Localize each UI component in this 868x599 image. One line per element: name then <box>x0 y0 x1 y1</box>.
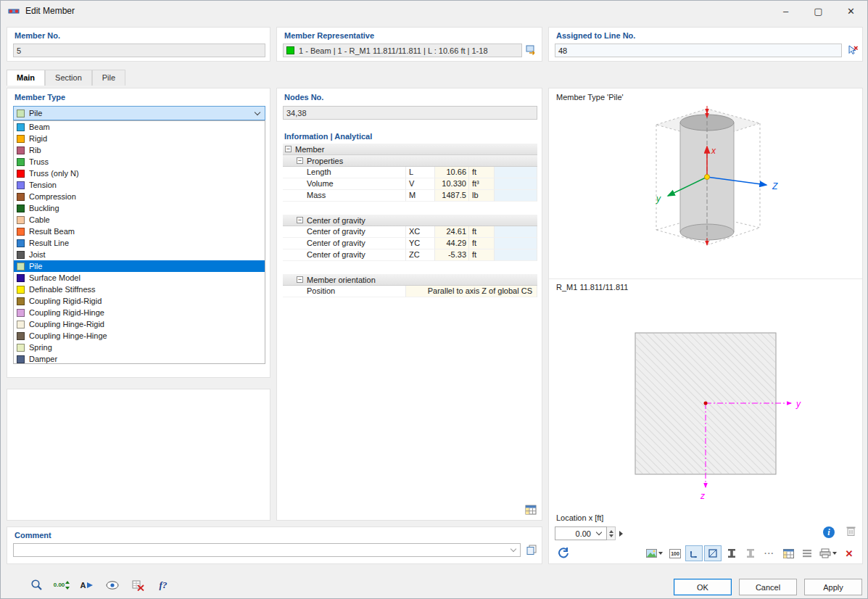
copy-comment-button[interactable] <box>524 542 540 558</box>
type-color-swatch <box>17 123 25 131</box>
zoom-to-member-button[interactable] <box>27 577 46 593</box>
section-view[interactable]: y z <box>555 293 858 508</box>
maximize-icon[interactable]: ▢ <box>802 1 835 21</box>
location-x-combobox[interactable]: 0.00 <box>555 526 607 540</box>
member-type-option[interactable]: Surface Model <box>14 272 265 284</box>
close-preview-button[interactable]: ✕ <box>840 545 858 561</box>
view-in-plane-button[interactable] <box>704 545 722 561</box>
trash-icon <box>846 525 856 537</box>
units-decimal-places-button[interactable]: 0.00 <box>52 577 71 593</box>
close-icon[interactable]: ✕ <box>835 1 867 21</box>
print-button[interactable] <box>817 545 839 561</box>
member-type-option[interactable]: Compression <box>14 191 265 202</box>
member-type-option[interactable]: Result Line <box>14 237 265 249</box>
member-type-description-panel <box>7 389 270 521</box>
tree-group-row[interactable]: −Member <box>283 144 537 155</box>
show-in-graphic-button[interactable] <box>103 577 122 593</box>
view-isometric-button[interactable] <box>685 545 703 561</box>
type-color-swatch <box>17 355 25 363</box>
location-x-stepper[interactable] <box>607 526 616 540</box>
preview-panel: Member Type 'Pile' <box>548 88 863 564</box>
member-type-option[interactable]: Cable <box>14 214 265 226</box>
member-3d-view[interactable]: x y Z <box>555 103 858 277</box>
member-node-point <box>705 175 710 180</box>
section-back-button[interactable] <box>742 545 759 561</box>
member-type-option[interactable]: Definable Stiffness <box>14 284 265 295</box>
section-front-button[interactable] <box>723 545 740 561</box>
member-type-option[interactable]: Rib <box>14 144 265 156</box>
member-type-option[interactable]: Coupling Hinge-Rigid <box>14 318 265 330</box>
tree-group-label: Member <box>295 145 324 154</box>
member-type-combobox[interactable]: Pile <box>13 106 265 120</box>
rename-icon: A <box>80 581 86 590</box>
selected-type-swatch <box>17 110 25 117</box>
member-representative-field[interactable]: 1 - Beam | 1 - R_M1 11.811/11.811 | L : … <box>283 44 522 57</box>
type-color-swatch <box>17 309 25 317</box>
member-type-option[interactable]: Pile <box>14 260 265 272</box>
member-type-option[interactable]: Tension <box>14 179 265 191</box>
type-color-swatch <box>17 263 25 270</box>
section-back-icon <box>746 548 755 558</box>
location-step-forward-icon[interactable] <box>619 531 623 537</box>
comment-combobox[interactable] <box>13 543 521 557</box>
type-color-swatch <box>17 216 25 224</box>
member-type-option[interactable]: Damper <box>14 353 265 364</box>
sync-view-icon <box>557 547 570 560</box>
list-view-button[interactable] <box>798 545 816 561</box>
collapse-icon[interactable]: − <box>297 157 303 164</box>
apply-button[interactable]: Apply <box>804 579 862 595</box>
tree-value-row: MassM1487.5lb <box>283 190 537 202</box>
member-type-option[interactable]: Buckling <box>14 202 265 214</box>
collapse-icon[interactable]: − <box>297 276 303 283</box>
rendering-mode-button[interactable] <box>644 545 665 561</box>
more-options-button[interactable]: ··· <box>761 545 778 561</box>
collapse-icon[interactable]: − <box>285 146 292 152</box>
open-table-button[interactable] <box>523 502 539 518</box>
section-center-point <box>704 402 708 405</box>
member-type-option[interactable]: Beam <box>14 121 265 133</box>
tree-group-row[interactable]: −Center of gravity <box>283 215 537 226</box>
member-type-option[interactable]: Result Beam <box>14 226 265 237</box>
formula-icon: f? <box>160 579 168 591</box>
member-no-field[interactable]: 5 <box>13 44 265 57</box>
tree-group-row[interactable]: −Properties <box>283 155 537 167</box>
member-type-option[interactable]: Coupling Hinge-Hinge <box>14 330 265 342</box>
result-table-button[interactable] <box>780 545 797 561</box>
tree-group-row[interactable]: −Member orientation <box>283 274 537 286</box>
rename-button[interactable]: A <box>78 577 96 593</box>
units-decimal-places-icon: 0.00 <box>54 582 65 588</box>
title-bar[interactable]: Edit Member – ▢ ✕ <box>1 1 867 21</box>
formula-button[interactable]: f? <box>154 577 173 593</box>
member-type-option[interactable]: Joist <box>14 249 265 260</box>
member-type-option[interactable]: Truss (only N) <box>14 168 265 179</box>
member-type-option[interactable]: Coupling Rigid-Rigid <box>14 295 265 307</box>
collapse-icon[interactable]: − <box>297 217 303 223</box>
axis-x-label: x <box>711 146 716 156</box>
representative-color-swatch <box>286 46 294 54</box>
member-type-option[interactable]: Rigid <box>14 133 265 144</box>
member-type-option[interactable]: Truss <box>14 156 265 168</box>
info-button[interactable]: i <box>823 526 835 538</box>
copy-icon <box>526 545 537 555</box>
delete-location-button[interactable] <box>846 525 856 538</box>
sync-view-button[interactable] <box>555 545 572 561</box>
rendering-mode-icon <box>646 549 657 558</box>
tab-section[interactable]: Section <box>45 70 92 86</box>
delete-member-button[interactable] <box>128 577 147 593</box>
ok-button[interactable]: OK <box>674 579 732 595</box>
assigned-line-field[interactable]: 48 <box>555 44 842 57</box>
zoom-100-button[interactable]: 100 <box>666 545 684 561</box>
member-type-option[interactable]: Coupling Rigid-Hinge <box>14 307 265 318</box>
member-type-option[interactable]: Spring <box>14 342 265 353</box>
tab-main[interactable]: Main <box>7 70 45 86</box>
cancel-button[interactable]: Cancel <box>739 579 797 595</box>
nodes-no-field[interactable]: 34,38 <box>283 106 537 120</box>
edit-representative-button[interactable] <box>524 42 540 58</box>
type-color-swatch <box>17 286 25 294</box>
edit-member-dialog: Edit Member – ▢ ✕ Member No. 5 Member Re… <box>0 0 868 599</box>
minimize-icon[interactable]: – <box>769 1 802 21</box>
info-tree: −Member−PropertiesLengthL10.66ftVolumeV1… <box>283 144 537 297</box>
select-lines-icon <box>847 44 859 56</box>
select-lines-button[interactable] <box>845 42 861 58</box>
tab-pile[interactable]: Pile <box>92 70 125 86</box>
